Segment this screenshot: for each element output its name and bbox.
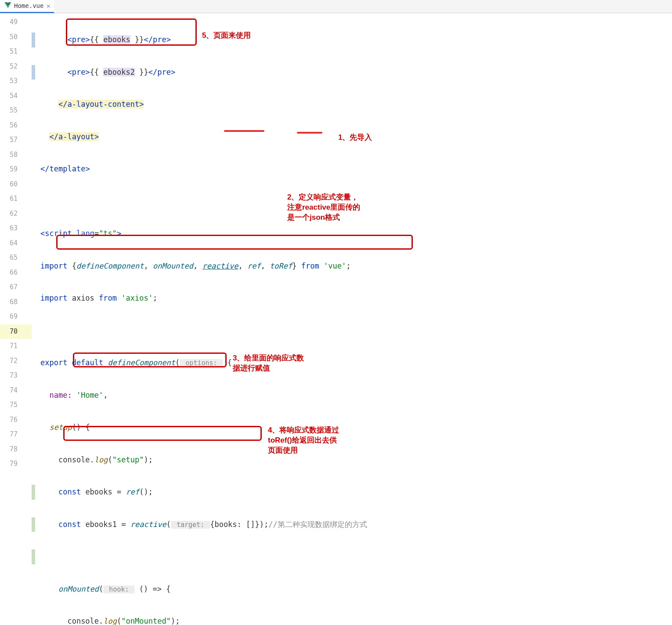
annotation-text: 2、定义响应式变量，注意reactive里面传的是一个json格式 (287, 193, 360, 223)
tab-home-vue[interactable]: Home.vue × (0, 0, 54, 13)
line-number: 78 (0, 442, 32, 457)
line-number: 60 (0, 177, 32, 192)
inlay-hint: hook: (103, 585, 134, 593)
line-number: 73 (0, 368, 32, 383)
code-line[interactable] (32, 549, 672, 564)
line-number: 68 (0, 295, 32, 310)
code-line[interactable]: const ebooks = ref(); (32, 485, 672, 500)
line-number: 74 (0, 383, 32, 398)
code-line[interactable]: <script lang="ts"> (32, 226, 672, 241)
line-number: 77 (0, 427, 32, 442)
line-number: 63 (0, 221, 32, 236)
code-line[interactable]: <pre>{{ ebooks }}</pre> (32, 33, 672, 47)
gutter: 49 50 51 52 53 54 55 56 57 58 59 60 61 6… (0, 13, 32, 625)
vue-icon (4, 2, 11, 9)
annotation-text: 3、给里面的响应式数据进行赋值 (233, 353, 304, 374)
line-number: 67 (0, 280, 32, 295)
code-line[interactable]: import {defineComponent, onMounted, reac… (32, 259, 672, 274)
line-number: 56 (0, 118, 32, 133)
line-number: 58 (0, 148, 32, 163)
code-line[interactable]: console.log("onMounted"); (32, 614, 672, 625)
close-icon[interactable]: × (46, 2, 51, 10)
code-line[interactable]: console.log("setup"); (32, 453, 672, 468)
code-line[interactable]: import axios from 'axios'; (32, 291, 672, 306)
line-number: 69 (0, 309, 32, 324)
code-line[interactable]: export default defineComponent( options:… (32, 356, 672, 371)
line-number: 66 (0, 265, 32, 280)
code-line[interactable]: name: 'Home', (32, 388, 672, 403)
line-number: 61 (0, 192, 32, 207)
editor[interactable]: 49 50 51 52 53 54 55 56 57 58 59 60 61 6… (0, 13, 672, 625)
code-line[interactable]: <pre>{{ ebooks2 }}</pre> (32, 65, 672, 80)
code-area[interactable]: <pre>{{ ebooks }}</pre> <pre>{{ ebooks2 … (32, 13, 672, 625)
line-number: 55 (0, 103, 32, 118)
line-number: 72 (0, 354, 32, 369)
line-number: 75 (0, 398, 32, 413)
code-line[interactable]: const ebooks1 = reactive( target: {books… (32, 517, 672, 532)
line-number: 76 (0, 413, 32, 428)
line-number: 52 (0, 59, 32, 74)
code-line[interactable] (32, 323, 672, 338)
line-number: 54 (0, 89, 32, 104)
inlay-hint: options: (180, 359, 223, 367)
line-number: 51 (0, 44, 32, 59)
annotation-text: 5、页面来使用 (202, 31, 251, 41)
annotation-text: 4、将响应式数据通过toRef()给返回出去供页面使用 (268, 425, 339, 456)
line-number: 65 (0, 251, 32, 265)
line-number: 79 (0, 457, 32, 472)
line-number: 64 (0, 236, 32, 251)
line-number: 62 (0, 207, 32, 222)
line-number: 50 (0, 30, 32, 45)
annotation-text: 1、先导入 (338, 133, 372, 143)
line-number: 57 (0, 133, 32, 148)
line-number: 71 (0, 339, 32, 354)
code-line[interactable]: </template> (32, 162, 672, 177)
line-number: 49 (0, 15, 32, 30)
line-number: 70 (0, 324, 32, 339)
line-number: 53 (0, 74, 32, 89)
tab-label: Home.vue (14, 2, 43, 9)
code-line[interactable]: </a-layout-content> (32, 97, 672, 112)
code-line[interactable]: onMounted( hook: () => { (32, 582, 672, 597)
inlay-hint: target: (171, 521, 210, 529)
line-number: 59 (0, 162, 32, 177)
tab-bar: Home.vue × (0, 0, 672, 13)
code-line[interactable]: setup() { (32, 420, 672, 435)
